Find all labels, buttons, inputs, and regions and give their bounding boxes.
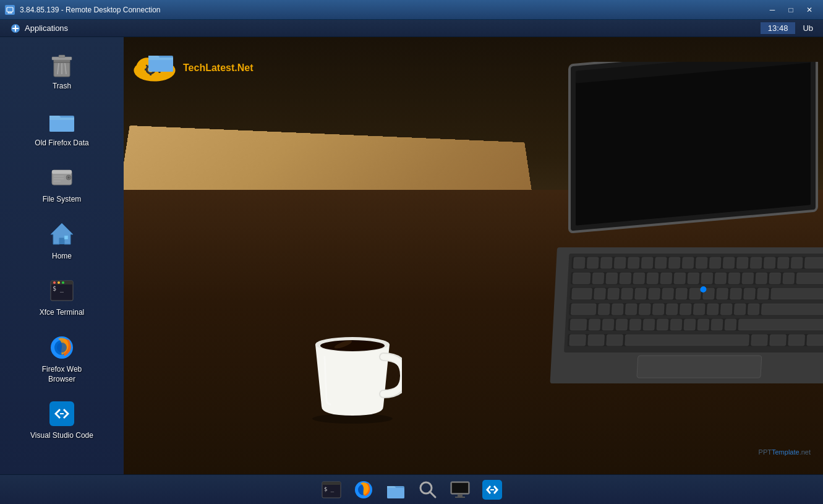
laptop-svg [396,62,823,464]
svg-rect-113 [730,288,742,299]
svg-point-19 [68,177,70,179]
svg-rect-145 [588,335,605,346]
svg-point-156 [320,340,385,351]
svg-rect-151 [807,335,823,346]
svg-rect-57 [576,62,811,226]
svg-rect-0 [7,7,13,12]
close-button[interactable]: ✕ [801,4,818,16]
taskbar-vscode[interactable] [479,477,506,502]
taskbar-terminal[interactable]: $ _ [318,477,345,502]
vscode-icon-item[interactable]: Visual Studio Code [25,393,99,447]
svg-rect-133 [602,319,614,330]
svg-rect-87 [606,273,618,284]
applications-button[interactable]: Applications [5,22,73,35]
svg-rect-123 [666,304,678,315]
svg-rect-89 [633,273,645,284]
maximize-button[interactable]: □ [782,4,800,16]
svg-rect-95 [715,273,727,284]
vscode-label: Visual Studio Code [30,431,93,441]
firefox-browser-icon [47,333,77,362]
desktop-folder-item[interactable] [136,49,185,73]
svg-rect-114 [744,288,756,299]
svg-rect-147 [625,335,749,346]
svg-rect-137 [657,319,668,330]
svg-rect-98 [756,273,767,284]
clock: 13:48 [761,22,796,34]
template-text: Template [772,448,800,456]
taskbar-files[interactable] [382,477,409,502]
home-icon-item[interactable]: Home [25,213,99,268]
svg-rect-68 [587,257,599,268]
svg-rect-132 [589,319,600,330]
title-bar-controls: ─ □ ✕ [764,4,818,16]
svg-rect-130 [761,304,823,315]
svg-rect-88 [620,273,631,284]
old-firefox-icon-item[interactable]: Old Firefox Data [25,100,99,155]
svg-rect-122 [652,304,664,315]
taskbar-search[interactable] [414,477,441,502]
svg-rect-152 [637,356,762,378]
svg-rect-117 [571,304,596,315]
techlatest-text: TechLatest.Net [183,62,254,74]
svg-point-29 [53,281,56,284]
svg-rect-25 [64,236,68,239]
svg-rect-129 [748,304,759,315]
svg-rect-127 [720,304,732,315]
minimize-button[interactable]: ─ [764,4,781,16]
svg-rect-85 [573,273,591,284]
firefox-icon-item[interactable]: Firefox Web Browser [25,327,99,390]
taskbar-firefox[interactable] [350,477,377,502]
svg-rect-107 [649,288,660,299]
svg-rect-159 [322,482,341,485]
title-bar: 3.84.85.139 - Remote Desktop Connection … [0,0,823,20]
svg-rect-73 [655,257,667,268]
svg-rect-144 [569,335,586,346]
main-area: Trash Old Firefox Data [0,37,823,474]
svg-point-34 [57,343,67,352]
svg-rect-92 [674,273,686,284]
svg-rect-91 [660,273,672,284]
svg-rect-106 [635,288,647,299]
applications-label: Applications [25,23,68,33]
svg-rect-86 [592,273,604,284]
trash-label: Trash [53,82,71,92]
svg-rect-118 [598,304,610,315]
svg-rect-100 [783,273,795,284]
top-taskbar: Applications 13:48 Ub [0,20,823,37]
desktop-wallpaper[interactable]: TechLatest.Net [124,37,823,474]
folder-icon [47,106,77,136]
svg-rect-141 [711,319,723,330]
svg-rect-55 [148,58,173,60]
svg-rect-140 [697,319,709,330]
taskbar-display[interactable] [446,477,474,502]
terminal-icon: $ _ [47,276,77,305]
svg-text:$ _: $ _ [53,285,64,293]
svg-rect-82 [777,257,789,268]
filesystem-icon-item[interactable]: File System [25,156,99,211]
trash-icon-item[interactable]: Trash [25,43,99,98]
svg-rect-94 [701,273,713,284]
svg-rect-135 [629,319,641,330]
svg-rect-125 [693,304,705,315]
svg-rect-24 [59,238,64,244]
net-text: .net [800,448,811,456]
svg-rect-105 [621,288,633,299]
svg-rect-12 [54,62,70,63]
svg-rect-80 [750,257,762,268]
svg-rect-84 [804,257,823,268]
coffee-cup-svg [303,301,402,425]
svg-line-166 [430,492,435,497]
svg-rect-138 [670,319,682,330]
svg-rect-70 [614,257,626,268]
svg-rect-76 [696,257,707,268]
home-icon [47,220,77,249]
title-bar-text: 3.84.85.139 - Remote Desktop Connection [20,6,160,14]
desktop-folder-icon [147,49,174,73]
svg-rect-101 [796,273,823,284]
svg-rect-97 [742,273,754,284]
vscode-app-icon [47,399,77,429]
svg-rect-149 [770,335,787,346]
xfce-terminal-icon-item[interactable]: $ _ Xfce Terminal [25,270,99,324]
svg-rect-120 [625,304,637,315]
svg-rect-170 [455,497,465,498]
